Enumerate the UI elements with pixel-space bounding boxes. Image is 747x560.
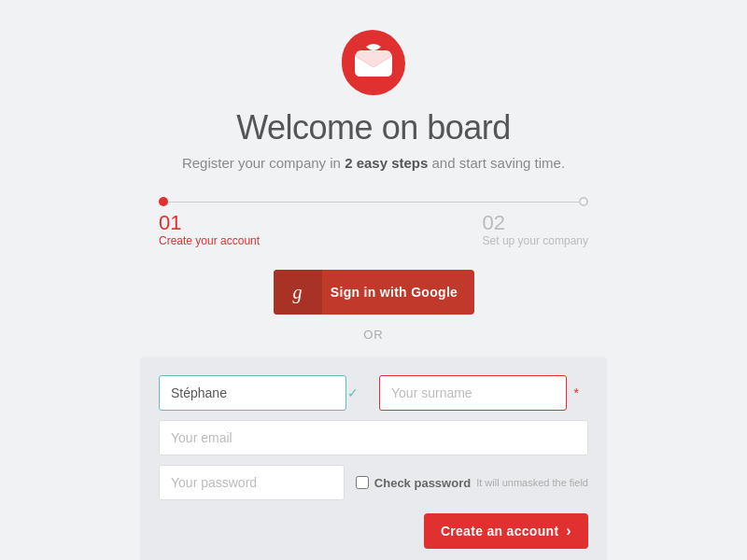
check-password-label: Check password <box>374 476 471 490</box>
password-row: Check password It will unmasked the fiel… <box>159 465 588 500</box>
email-row <box>159 420 588 455</box>
step2-number: 02 <box>483 212 505 234</box>
surname-required-icon: * <box>574 385 579 400</box>
check-password-checkbox[interactable] <box>356 476 369 489</box>
form-footer: Create an account › <box>159 513 588 549</box>
step2-dot <box>579 197 588 206</box>
firstname-input[interactable] <box>159 375 346 411</box>
steps-line <box>168 202 579 203</box>
step1-info: 01 Create your account <box>159 212 260 247</box>
logo-container <box>340 28 407 97</box>
check-password-wrap: Check password It will unmasked the fiel… <box>356 476 588 490</box>
welcome-title: Welcome on board <box>236 108 511 147</box>
firstname-wrapper: ✓ <box>159 375 368 411</box>
google-icon-box: g <box>274 270 322 315</box>
step1-label: Create your account <box>159 234 260 247</box>
email-input[interactable] <box>159 420 588 455</box>
steps-labels: 01 Create your account 02 Set up your co… <box>159 212 588 247</box>
google-g-icon: g <box>293 282 303 303</box>
password-wrapper <box>159 465 345 500</box>
steps-progress-bar <box>159 197 588 206</box>
step1-number: 01 <box>159 212 181 234</box>
registration-form-card: ✓ * Check password It will unmasked the … <box>140 357 607 560</box>
name-row: ✓ * <box>159 375 588 411</box>
submit-arrow-icon: › <box>566 523 571 539</box>
step2-info: 02 Set up your company <box>483 212 588 247</box>
check-password-hint: It will unmasked the field <box>476 477 588 488</box>
subtitle-bold: 2 easy steps <box>345 155 428 171</box>
surname-wrapper: * <box>379 375 588 411</box>
firstname-check-icon: ✓ <box>347 385 359 400</box>
page-container: Welcome on board Register your company i… <box>0 0 747 560</box>
welcome-subtitle: Register your company in 2 easy steps an… <box>182 155 565 171</box>
password-input[interactable] <box>159 465 345 500</box>
create-account-label: Create an account <box>441 524 558 539</box>
subtitle-start: Register your company in <box>182 155 345 171</box>
google-signin-button[interactable]: g Sign in with Google <box>274 270 474 315</box>
step1-dot <box>159 197 168 206</box>
or-divider: OR <box>363 328 384 342</box>
google-button-label: Sign in with Google <box>322 285 474 300</box>
create-account-button[interactable]: Create an account › <box>424 513 588 549</box>
subtitle-end: and start saving time. <box>432 155 566 171</box>
surname-input[interactable] <box>379 375 567 411</box>
step2-label: Set up your company <box>483 234 588 247</box>
